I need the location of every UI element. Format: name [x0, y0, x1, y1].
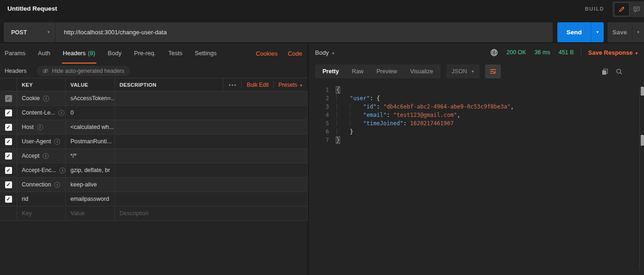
header-description-cell[interactable]: [115, 149, 308, 163]
cookies-link[interactable]: Cookies: [256, 50, 278, 57]
header-actions: ••• Bulk Edit Presets▾: [223, 78, 308, 91]
chevron-down-icon: ▾: [47, 30, 50, 34]
header-key-cell[interactable]: rid: [17, 192, 66, 206]
token: [336, 112, 350, 118]
scrollbar-thumb[interactable]: [641, 135, 644, 146]
header-value-cell[interactable]: 0: [66, 106, 115, 120]
header-value-cell[interactable]: sAccessToken=...: [66, 91, 115, 105]
more-options-icon[interactable]: •••: [229, 82, 237, 88]
url-input[interactable]: http://localhost:3001/change-user-data: [56, 29, 167, 36]
header-value-cell[interactable]: PostmanRunti...: [66, 134, 115, 148]
line-content: "id": "db4c6ebf-abc2-4964-abe9-0c53c9f8b…: [336, 102, 514, 111]
tab-headers[interactable]: Headers(8): [62, 43, 96, 64]
row-checkbox[interactable]: ✓: [5, 109, 12, 116]
headers-section-title: Headers: [5, 68, 26, 74]
header-key-cell[interactable]: Accepti: [17, 149, 66, 163]
comments-button[interactable]: [630, 2, 644, 16]
check-icon: ✓: [6, 110, 10, 115]
format-label: JSON: [452, 68, 467, 75]
header-description-cell[interactable]: [115, 134, 308, 148]
url-bar: POST ▾ http://localhost:3001/change-user…: [4, 22, 553, 42]
bulk-edit-link[interactable]: Bulk Edit: [246, 82, 268, 88]
row-checkbox[interactable]: ✓: [5, 196, 12, 203]
header-key-cell[interactable]: Content-Le...i: [17, 106, 66, 120]
header-key-cell[interactable]: Connectioni: [17, 178, 66, 192]
header-key-cell[interactable]: Cookiei: [17, 91, 66, 105]
row-checkbox[interactable]: ✓: [5, 167, 12, 174]
row-checkbox[interactable]: ✓: [5, 124, 12, 131]
info-icon: i: [37, 124, 43, 130]
hide-autogenerated-toggle[interactable]: Hide auto-generated headers: [37, 66, 130, 76]
tab-body[interactable]: Body: [107, 43, 123, 64]
header-key-cell[interactable]: Accept-Enc...i: [17, 163, 66, 177]
header-key-cell[interactable]: User-Agenti: [17, 134, 66, 148]
chevron-down-icon: ▾: [637, 30, 639, 34]
table-row: ✓Hosti<calculated wh...: [0, 120, 308, 134]
send-options-button[interactable]: ▾: [591, 22, 604, 42]
tab-params[interactable]: Params: [4, 43, 26, 64]
header-key: Accept: [22, 153, 39, 159]
wrap-text-button[interactable]: [485, 64, 501, 78]
header-description-cell[interactable]: [115, 192, 308, 206]
code-link[interactable]: Code: [288, 50, 302, 57]
save-button[interactable]: Save: [607, 22, 632, 42]
view-tab-visualize[interactable]: Visualize: [404, 64, 440, 78]
headers-table: KEY VALUE DESCRIPTION ••• Bulk Edit Pres…: [0, 78, 308, 221]
new-key-input[interactable]: Key: [17, 206, 66, 220]
search-icon[interactable]: [616, 68, 623, 75]
copy-icon[interactable]: [601, 68, 608, 75]
header-key: User-Agent: [22, 138, 51, 145]
header-description-cell[interactable]: [115, 120, 308, 134]
globe-icon[interactable]: [490, 49, 498, 57]
row-checkbox[interactable]: ✓: [5, 138, 12, 145]
row-checkbox[interactable]: ✓: [5, 153, 12, 160]
view-tab-preview[interactable]: Preview: [370, 64, 403, 78]
code-line: 7}: [309, 136, 638, 144]
token: 1620217461907: [410, 120, 454, 127]
header-value: gzip, deflate, br: [70, 167, 110, 173]
header-description-cell[interactable]: [115, 91, 308, 105]
method-select[interactable]: POST ▾: [4, 22, 56, 42]
header-key-cell[interactable]: Hosti: [17, 120, 66, 134]
tab-label: Auth: [38, 50, 51, 57]
tab-settings[interactable]: Settings: [194, 43, 218, 64]
response-body-dropdown[interactable]: Body▾: [315, 49, 334, 56]
token: [350, 120, 363, 127]
format-dropdown[interactable]: JSON ▾: [446, 64, 480, 78]
check-icon: ✓: [6, 197, 10, 202]
line-content: "timeJoined": 1620217461907: [336, 119, 454, 128]
request-url-row: POST ▾ http://localhost:3001/change-user…: [0, 19, 644, 43]
header-value-cell[interactable]: keep-alive: [66, 178, 115, 192]
header-value-cell[interactable]: emailpassword: [66, 192, 115, 206]
tab-tests[interactable]: Tests: [167, 43, 183, 64]
tab-pre-req-[interactable]: Pre-req.: [133, 43, 157, 64]
token: }: [350, 128, 353, 135]
row-checkbox-cell: ✓: [0, 120, 17, 134]
header-description-cell[interactable]: [115, 106, 308, 120]
new-description-input[interactable]: Description: [115, 206, 308, 220]
new-value-input[interactable]: Value: [66, 206, 115, 220]
tab-auth[interactable]: Auth: [37, 43, 51, 64]
header-value-cell[interactable]: */*: [66, 149, 115, 163]
send-button[interactable]: Send: [557, 22, 591, 42]
row-checkbox[interactable]: ✓: [5, 95, 12, 102]
header-description-cell[interactable]: [115, 178, 308, 192]
view-tab-raw[interactable]: Raw: [345, 64, 370, 78]
table-row: ✓Connectionikeep-alive: [0, 178, 308, 192]
presets-dropdown[interactable]: Presets▾: [278, 82, 302, 88]
header-value-cell[interactable]: <calculated wh...: [66, 120, 115, 134]
view-tab-pretty[interactable]: Pretty: [316, 64, 345, 78]
response-scrollbar[interactable]: [639, 86, 644, 270]
row-checkbox[interactable]: ✓: [5, 181, 12, 188]
token: "timeJoined": [363, 120, 404, 127]
comment-icon: [633, 6, 640, 13]
scrollbar-thumb[interactable]: [641, 87, 644, 96]
save-options-button[interactable]: ▾: [632, 22, 644, 42]
table-row: ✓Accepti*/*: [0, 149, 308, 163]
build-mode-button[interactable]: [614, 2, 630, 16]
info-icon: i: [43, 153, 49, 159]
header-description-cell[interactable]: [115, 163, 308, 177]
tab-label: Body: [108, 50, 122, 57]
save-response-dropdown[interactable]: Save Response▾: [588, 49, 638, 56]
header-value-cell[interactable]: gzip, deflate, br: [66, 163, 115, 177]
